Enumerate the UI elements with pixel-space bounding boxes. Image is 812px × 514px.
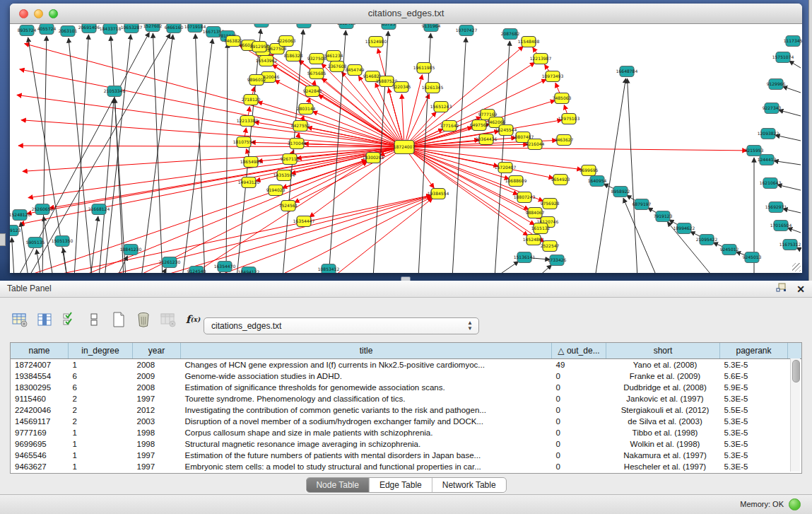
table-row[interactable]: 969969511998Structural magnetic resonanc… bbox=[11, 438, 802, 450]
table-cell[interactable]: 2008 bbox=[133, 382, 181, 393]
table-cell[interactable]: 18300295 bbox=[11, 382, 69, 393]
table-cell[interactable]: 49 bbox=[552, 359, 606, 371]
table-cell[interactable]: Franke et al. (2009) bbox=[606, 370, 720, 382]
table-row[interactable]: 1456911722003Disruption of a novel membe… bbox=[11, 416, 802, 427]
column-header-pagerank[interactable]: pagerank bbox=[720, 343, 788, 359]
table-cell[interactable]: Hescheler et al. (1997) bbox=[606, 461, 720, 472]
table-selector-dropdown[interactable]: citations_edges.txt ▲▼ bbox=[204, 317, 479, 334]
tab-edge-table[interactable]: Edge Table bbox=[370, 478, 433, 492]
table-cell[interactable]: 1 bbox=[69, 359, 133, 371]
citation-edge-black[interactable] bbox=[775, 135, 801, 141]
column-header-title[interactable]: title bbox=[181, 343, 552, 359]
table-cell[interactable]: 0 bbox=[552, 416, 606, 427]
citation-edge-black[interactable] bbox=[216, 272, 220, 273]
citation-edge-black[interactable] bbox=[537, 265, 552, 273]
table-cell[interactable]: 9463627 bbox=[11, 461, 69, 472]
citation-edge-black[interactable] bbox=[12, 238, 14, 273]
table-row[interactable]: 946362711997Embryonic stem cells: a mode… bbox=[11, 461, 802, 472]
table-cell[interactable]: Jankovic et al. (1997) bbox=[606, 393, 720, 404]
citation-edge-black[interactable] bbox=[182, 39, 213, 273]
table-cell[interactable]: Yano et al. (2008) bbox=[606, 359, 720, 371]
citation-edge-black[interactable] bbox=[495, 41, 510, 273]
table-cell[interactable]: Wolkin et al. (1998) bbox=[606, 438, 720, 450]
table-cell[interactable]: 0 bbox=[552, 427, 606, 438]
table-cell[interactable]: 0 bbox=[552, 382, 606, 393]
citation-edge-black[interactable] bbox=[779, 110, 801, 116]
citation-edge-red[interactable] bbox=[18, 146, 404, 147]
citation-edge-black[interactable] bbox=[37, 250, 41, 273]
citation-edge-black[interactable] bbox=[141, 35, 173, 273]
citation-edge-black[interactable] bbox=[783, 209, 801, 213]
table-cell[interactable]: Genome-wide association studies in ADHD. bbox=[181, 370, 552, 382]
table-cell[interactable]: 2003 bbox=[133, 416, 181, 427]
table-cell[interactable]: Tourette syndrome. Phenomenology and cla… bbox=[181, 393, 552, 404]
table-cell[interactable]: 22420046 bbox=[11, 404, 69, 416]
citation-edge-black[interactable] bbox=[452, 37, 466, 273]
citation-edge-black[interactable] bbox=[111, 36, 126, 273]
table-cell[interactable]: 5.3E-5 bbox=[720, 461, 788, 472]
table-cell[interactable]: 5.3E-5 bbox=[720, 416, 788, 427]
table-cell[interactable]: 9465546 bbox=[11, 450, 69, 461]
window-titlebar[interactable]: citations_edges.txt bbox=[10, 4, 802, 24]
tab-node-table[interactable]: Node Table bbox=[306, 478, 370, 492]
table-cell[interactable]: 2 bbox=[69, 404, 133, 416]
table-cell[interactable]: 5.3E-5 bbox=[720, 359, 788, 371]
table-cell[interactable]: 2009 bbox=[133, 370, 181, 382]
table-cell[interactable]: 2012 bbox=[133, 404, 181, 416]
table-cell[interactable]: 2 bbox=[69, 393, 133, 404]
table-cell[interactable]: 5.3E-5 bbox=[720, 450, 788, 461]
table-cell[interactable]: 2008 bbox=[133, 359, 181, 371]
citation-edge-black[interactable] bbox=[44, 216, 53, 273]
table-cell[interactable]: Disruption of a novel member of a sodium… bbox=[181, 416, 552, 427]
citation-edge-black[interactable] bbox=[117, 256, 128, 273]
select-columns-icon[interactable] bbox=[36, 311, 53, 328]
table-cell[interactable]: 9115460 bbox=[11, 393, 69, 404]
table-cell[interactable]: 9699695 bbox=[11, 438, 69, 450]
table-scrollbar[interactable] bbox=[790, 358, 800, 472]
citation-edge-black[interactable] bbox=[774, 160, 801, 165]
table-cell[interactable]: Tibbo et al. (1998) bbox=[606, 427, 720, 438]
citation-edge-red[interactable] bbox=[291, 147, 404, 174]
table-cell[interactable]: 6 bbox=[69, 382, 133, 393]
table-cell[interactable]: Changes of HCN gene expression and I(f) … bbox=[181, 359, 552, 371]
table-cell[interactable]: 5.3E-5 bbox=[720, 427, 788, 438]
citation-edge-red[interactable] bbox=[20, 69, 404, 147]
table-cell[interactable]: Embryonic stem cells: a model to study s… bbox=[181, 461, 552, 472]
table-row[interactable]: 911546021997Tourette syndrome. Phenomeno… bbox=[11, 393, 802, 404]
citation-edge-black[interactable] bbox=[90, 216, 98, 273]
table-cell[interactable]: 9777169 bbox=[11, 427, 69, 438]
table-cell[interactable]: Stergiakouli et al. (2012) bbox=[606, 404, 720, 416]
table-settings-icon[interactable] bbox=[11, 311, 28, 328]
citation-edge-red[interactable] bbox=[25, 44, 404, 147]
table-cell[interactable]: 5.9E-5 bbox=[720, 382, 788, 393]
table-cell[interactable]: 1 bbox=[69, 450, 133, 461]
table-cell[interactable]: Dudbridge et al. (2008) bbox=[606, 382, 720, 393]
column-header-in_degree[interactable]: in_degree bbox=[69, 343, 133, 359]
panel-collapse-handle[interactable] bbox=[0, 233, 6, 246]
table-row[interactable]: 1830029562008Estimation of significance … bbox=[11, 382, 802, 393]
citation-edge-black[interactable] bbox=[42, 36, 47, 273]
table-cell[interactable]: 6 bbox=[69, 370, 133, 382]
table-cell[interactable]: 2 bbox=[69, 416, 133, 427]
network-view[interactable]: 8935724405572420631012069140618433718106… bbox=[10, 24, 802, 273]
function-builder-icon[interactable]: f(x) bbox=[184, 311, 201, 328]
table-cell[interactable]: Estimation of significance thresholds fo… bbox=[181, 382, 552, 393]
citation-edge-black[interactable] bbox=[237, 29, 261, 273]
table-row[interactable]: 946554611997Estimation of the future num… bbox=[11, 450, 802, 461]
table-cell[interactable]: Corpus callosum shape and size in male p… bbox=[181, 427, 552, 438]
table-cell[interactable]: 14569117 bbox=[11, 416, 69, 427]
column-header-year[interactable]: year bbox=[133, 343, 181, 359]
close-panel-icon[interactable]: ✕ bbox=[796, 284, 805, 295]
table-cell[interactable]: 0 bbox=[552, 370, 606, 382]
table-cell[interactable]: 1997 bbox=[133, 450, 181, 461]
network-canvas[interactable]: 8935724405572420631012069140618433718106… bbox=[10, 24, 802, 273]
citation-edge-red[interactable] bbox=[404, 147, 747, 151]
citation-edge-red[interactable] bbox=[28, 147, 404, 198]
rows-icon[interactable] bbox=[86, 311, 102, 328]
table-cell[interactable]: Structural magnetic resonance image aver… bbox=[181, 438, 552, 450]
table-row[interactable]: 1938455462009Genome-wide association stu… bbox=[11, 370, 802, 382]
table-cell[interactable]: 5.5E-5 bbox=[720, 404, 788, 416]
table-cell[interactable]: Nakamura et al. (1997) bbox=[606, 450, 720, 461]
citation-edge-black[interactable] bbox=[74, 35, 88, 273]
citation-edge-red[interactable] bbox=[295, 147, 404, 202]
